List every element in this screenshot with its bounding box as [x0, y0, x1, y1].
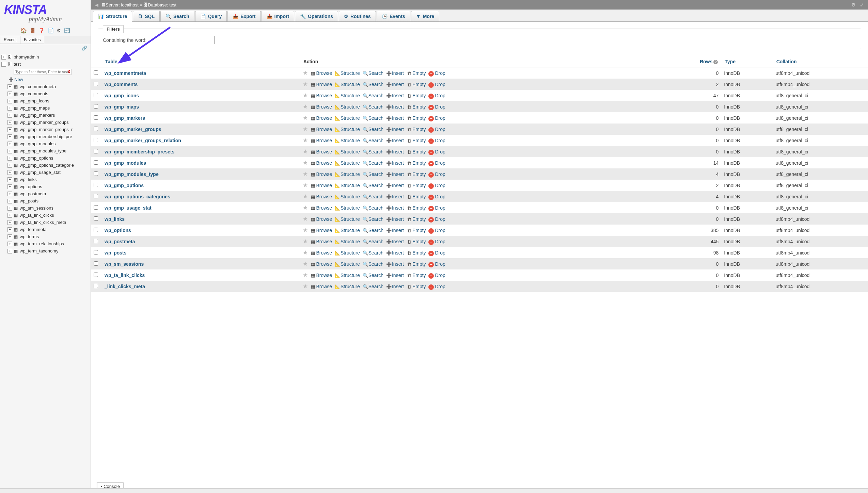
table-name-link[interactable]: wp_gmp_markers [105, 115, 145, 121]
action-structure[interactable]: Structure [341, 127, 360, 132]
favorite-icon[interactable]: ★ [303, 160, 308, 166]
row-checkbox[interactable] [94, 183, 98, 187]
expand-icon[interactable]: + [7, 142, 12, 146]
table-name-link[interactable]: wp_options [105, 228, 131, 233]
expand-icon[interactable]: + [7, 163, 12, 168]
action-insert[interactable]: Insert [392, 82, 404, 87]
action-browse[interactable]: Browse [316, 228, 332, 233]
favorite-icon[interactable]: ★ [303, 182, 308, 188]
action-drop[interactable]: Drop [435, 104, 445, 110]
expand-icon[interactable]: + [7, 234, 12, 239]
tab-structure[interactable]: 📊Structure [93, 11, 132, 22]
action-drop[interactable]: Drop [435, 250, 445, 256]
help-badge-icon[interactable]: ? [713, 60, 718, 64]
tab-query[interactable]: 📄Query [195, 11, 227, 21]
favorite-icon[interactable]: ★ [303, 204, 308, 211]
action-browse[interactable]: Browse [316, 127, 332, 132]
action-empty[interactable]: Empty [412, 273, 426, 278]
link-icon[interactable]: 🔗 [0, 44, 91, 52]
reload-icon[interactable]: 🔄 [64, 28, 70, 33]
action-search[interactable]: Search [368, 70, 383, 76]
action-browse[interactable]: Browse [316, 70, 332, 76]
action-browse[interactable]: Browse [316, 194, 332, 199]
action-insert[interactable]: Insert [392, 273, 404, 278]
col-type[interactable]: Type [721, 56, 773, 67]
action-insert[interactable]: Insert [392, 250, 404, 256]
action-search[interactable]: Search [368, 284, 383, 289]
table-name-link[interactable]: wp_gmp_marker_groups [105, 127, 161, 132]
tree-table-label[interactable]: wp_postmeta [20, 191, 46, 196]
favorite-icon[interactable]: ★ [303, 115, 308, 121]
action-empty[interactable]: Empty [412, 171, 426, 177]
action-insert[interactable]: Insert [392, 194, 404, 199]
action-insert[interactable]: Insert [392, 93, 404, 98]
tab-operations[interactable]: 🔧Operations [295, 11, 338, 21]
action-structure[interactable]: Structure [341, 216, 360, 222]
row-checkbox[interactable] [94, 261, 98, 266]
action-empty[interactable]: Empty [412, 183, 426, 188]
expand-icon[interactable]: + [7, 84, 12, 89]
expand-icon[interactable]: + [7, 170, 12, 175]
db-link[interactable]: test [169, 2, 176, 7]
tree-table-label[interactable]: wp_term_taxonomy [20, 248, 58, 253]
action-browse[interactable]: Browse [316, 115, 332, 121]
table-name-link[interactable]: wp_links [105, 216, 125, 222]
action-insert[interactable]: Insert [392, 104, 404, 110]
table-name-link[interactable]: wp_gmp_marker_groups_relation [105, 138, 181, 143]
action-insert[interactable]: Insert [392, 261, 404, 267]
tab-search[interactable]: 🔍Search [160, 11, 194, 21]
tree-root[interactable]: + 🗄 phpmyadmin [1, 53, 90, 61]
help-icon[interactable]: ❓ [38, 28, 45, 33]
action-insert[interactable]: Insert [392, 239, 404, 244]
tree-table-label[interactable]: wp_gmp_modules_type [20, 148, 66, 153]
home-icon[interactable]: 🏠 [20, 28, 27, 33]
action-structure[interactable]: Structure [341, 205, 360, 211]
action-search[interactable]: Search [368, 104, 383, 110]
table-name-link[interactable]: wp_gmp_options [105, 183, 144, 188]
action-insert[interactable]: Insert [392, 127, 404, 132]
action-insert[interactable]: Insert [392, 138, 404, 143]
action-browse[interactable]: Browse [316, 205, 332, 211]
expand-icon[interactable]: + [7, 192, 12, 196]
tree-db[interactable]: − 🗄 test [1, 61, 90, 68]
favorite-icon[interactable]: ★ [303, 70, 308, 76]
tree-table-label[interactable]: wp_ta_link_clicks [20, 213, 54, 218]
row-checkbox[interactable] [94, 228, 98, 232]
favorite-icon[interactable]: ★ [303, 81, 308, 87]
action-search[interactable]: Search [368, 216, 383, 222]
action-browse[interactable]: Browse [316, 138, 332, 143]
action-search[interactable]: Search [368, 82, 383, 87]
favorite-icon[interactable]: ★ [303, 249, 308, 256]
tree-table[interactable]: +▦wp_gmp_modules [7, 140, 90, 147]
tree-table[interactable]: +▦wp_options [7, 183, 90, 190]
tree-table-label[interactable]: wp_ta_link_clicks_meta [20, 220, 66, 225]
tree-table[interactable]: +▦wp_links [7, 176, 90, 183]
action-search[interactable]: Search [368, 115, 383, 121]
expand-icon[interactable]: + [7, 177, 12, 182]
favorite-icon[interactable]: ★ [303, 137, 308, 144]
expand-icon[interactable]: + [7, 213, 12, 218]
tree-table[interactable]: +▦wp_ta_link_clicks_meta [7, 219, 90, 226]
action-empty[interactable]: Empty [412, 194, 426, 199]
expand-icon[interactable]: + [7, 206, 12, 211]
action-drop[interactable]: Drop [435, 127, 445, 132]
tab-sql[interactable]: 🗒SQL [133, 11, 160, 21]
tree-table[interactable]: +▦wp_postmeta [7, 190, 90, 197]
tree-table-label[interactable]: wp_gmp_markers [20, 113, 55, 118]
action-empty[interactable]: Empty [412, 160, 426, 166]
action-insert[interactable]: Insert [392, 284, 404, 289]
tree-table[interactable]: +▦wp_sm_sessions [7, 204, 90, 212]
action-structure[interactable]: Structure [341, 284, 360, 289]
row-checkbox[interactable] [94, 82, 98, 86]
tree-table[interactable]: +▦wp_commentmeta [7, 83, 90, 90]
collapse-icon[interactable]: − [1, 62, 6, 67]
tree-table[interactable]: +▦wp_posts [7, 197, 90, 204]
action-structure[interactable]: Structure [341, 171, 360, 177]
table-name-link[interactable]: wp_comments [105, 82, 138, 87]
action-drop[interactable]: Drop [435, 138, 445, 143]
tree-table-label[interactable]: wp_gmp_icons [20, 98, 49, 103]
action-empty[interactable]: Empty [412, 149, 426, 154]
tree-table[interactable]: +▦wp_gmp_icons [7, 97, 90, 104]
tree-table-label[interactable]: wp_gmp_usage_stat [20, 170, 61, 175]
row-checkbox[interactable] [94, 216, 98, 221]
